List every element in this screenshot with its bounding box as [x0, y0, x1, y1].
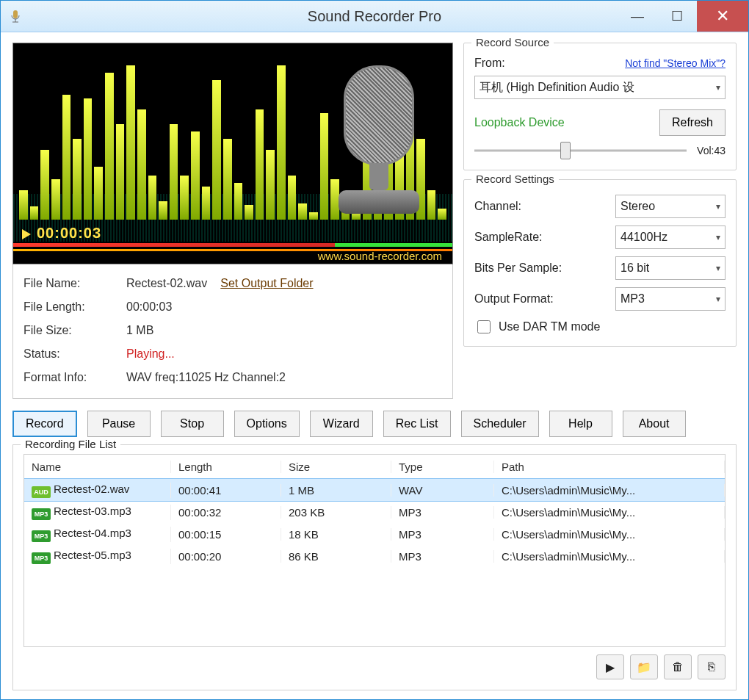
svg-rect-0 [13, 10, 18, 18]
channel-label: Channel: [474, 200, 521, 213]
pause-button[interactable]: Pause [87, 411, 151, 437]
status-value: Playing... [126, 347, 175, 361]
output-format-select[interactable]: MP3▾ [615, 287, 726, 311]
recording-file-list-group: Recording File List Name Length Size Typ… [12, 444, 737, 690]
format-info-value: WAV freq:11025 Hz Channel:2 [126, 371, 286, 384]
from-label: From: [474, 57, 505, 70]
record-source-group: Record Source From: Not find "Stereo Mix… [463, 43, 737, 170]
export-icon-button[interactable]: ⎘ [698, 654, 726, 679]
col-name[interactable]: Name [24, 461, 171, 473]
minimize-button[interactable]: — [618, 1, 657, 32]
recording-file-list-legend: Recording File List [21, 438, 120, 450]
stop-button[interactable]: Stop [161, 411, 224, 437]
reclist-button[interactable]: Rec List [383, 411, 451, 437]
help-button[interactable]: Help [549, 411, 612, 437]
col-size[interactable]: Size [281, 461, 391, 473]
file-type-icon: AUD [32, 486, 51, 498]
titlebar[interactable]: Sound Recorder Pro — ☐ ✕ [1, 1, 748, 32]
file-type-icon: MP3 [32, 508, 51, 520]
stereo-mix-help-link[interactable]: Not find "Stereo Mix"? [625, 57, 726, 69]
recording-timer: 00:00:03 [22, 225, 101, 242]
main-button-bar: Record Pause Stop Options Wizard Rec Lis… [12, 411, 737, 437]
record-source-legend: Record Source [471, 36, 554, 48]
col-path[interactable]: Path [494, 461, 725, 473]
file-size-value: 1 MB [126, 324, 153, 337]
trash-icon: 🗑 [672, 660, 684, 674]
file-type-icon: MP3 [32, 552, 51, 564]
website-label: www.sound-recorder.com [318, 250, 442, 262]
samplerate-label: SampleRate: [474, 231, 543, 244]
chevron-down-icon: ▾ [716, 232, 720, 242]
recording-file-table[interactable]: Name Length Size Type Path AUDRectest-02… [23, 454, 726, 647]
chevron-down-icon: ▾ [716, 263, 720, 273]
record-settings-group: Record Settings Channel: Stereo▾ SampleR… [463, 179, 737, 347]
maximize-button[interactable]: ☐ [657, 1, 697, 32]
chevron-down-icon: ▾ [716, 201, 720, 212]
open-folder-icon-button[interactable]: 📁 [630, 654, 658, 679]
file-length-label: File Length: [23, 300, 126, 314]
volume-slider[interactable] [474, 142, 687, 159]
chevron-down-icon: ▾ [716, 82, 720, 93]
play-icon-button[interactable]: ▶ [596, 654, 624, 679]
channel-select[interactable]: Stereo▾ [615, 195, 726, 218]
file-type-icon: MP3 [32, 530, 51, 542]
table-row[interactable]: AUDRectest-02.wav00:00:411 MBWAVC:\Users… [24, 479, 725, 501]
bits-select[interactable]: 16 bit▾ [615, 256, 726, 280]
wizard-button[interactable]: Wizard [310, 411, 373, 437]
col-type[interactable]: Type [391, 461, 494, 473]
record-settings-legend: Record Settings [471, 173, 559, 185]
set-output-folder-link[interactable]: Set Output Folder [220, 277, 313, 290]
record-button[interactable]: Record [12, 411, 77, 437]
format-info-label: Format Info: [23, 371, 126, 384]
play-icon: ▶ [606, 660, 615, 674]
delete-icon-button[interactable]: 🗑 [664, 654, 692, 679]
dar-mode-checkbox[interactable]: Use DAR TM mode [474, 318, 726, 336]
export-icon: ⎘ [708, 660, 715, 674]
volume-label: Vol:43 [697, 145, 726, 156]
file-size-label: File Size: [23, 324, 126, 337]
scheduler-button[interactable]: Scheduler [461, 411, 539, 437]
output-format-label: Output Format: [474, 292, 554, 306]
dar-mode-input[interactable] [477, 320, 491, 333]
loopback-device-label: Loopback Device [474, 116, 565, 129]
file-info-panel: File Name: Rectest-02.wav Set Output Fol… [12, 264, 453, 399]
file-name-value: Rectest-02.wav [126, 277, 207, 290]
source-device-select[interactable]: 耳机 (High Definition Audio 设 ▾ [474, 76, 726, 99]
options-button[interactable]: Options [234, 411, 300, 437]
app-window: Sound Recorder Pro — ☐ ✕ 00:00:03 www.so… [0, 0, 749, 700]
table-row[interactable]: MP3Rectest-03.mp300:00:32203 KBMP3C:\Use… [24, 501, 725, 523]
folder-icon: 📁 [637, 660, 651, 674]
app-icon [8, 9, 23, 24]
samplerate-select[interactable]: 44100Hz▾ [615, 225, 726, 249]
close-button[interactable]: ✕ [697, 1, 748, 32]
bits-label: Bits Per Sample: [474, 261, 562, 275]
file-length-value: 00:00:03 [126, 300, 172, 314]
table-row[interactable]: MP3Rectest-05.mp300:00:2086 KBMP3C:\User… [24, 545, 725, 567]
table-row[interactable]: MP3Rectest-04.mp300:00:1518 KBMP3C:\User… [24, 523, 725, 545]
col-length[interactable]: Length [171, 461, 281, 473]
chevron-down-icon: ▾ [716, 294, 720, 304]
waveform-display: 00:00:03 www.sound-recorder.com [12, 43, 453, 264]
status-label: Status: [23, 347, 126, 361]
microphone-graphic [335, 65, 423, 227]
about-button[interactable]: About [623, 411, 686, 437]
file-name-label: File Name: [23, 277, 126, 290]
refresh-button[interactable]: Refresh [659, 109, 726, 136]
